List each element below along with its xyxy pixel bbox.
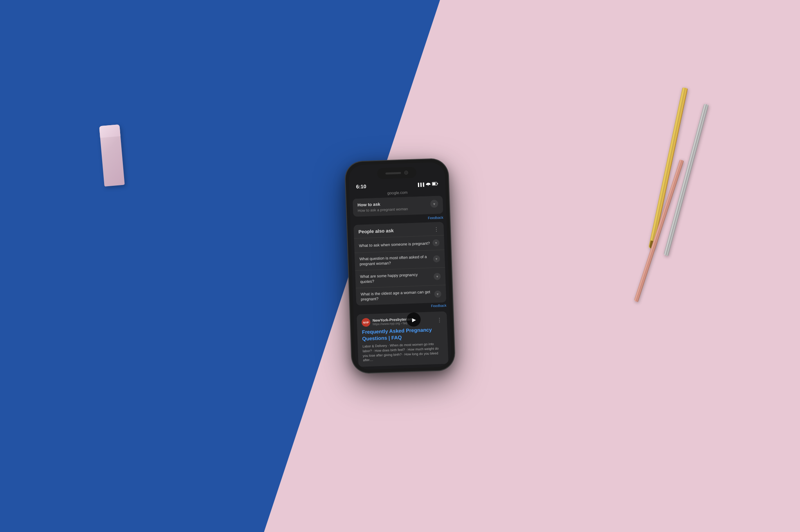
scroll-content: How to ask How to ask a pregnant woman F… (350, 196, 452, 370)
how-to-ask-subtitle: How to ask a pregnant woman (358, 207, 408, 212)
notch-camera (404, 171, 408, 174)
nyp-result[interactable]: NYP NewYork-Presbyterian https://www.nyp… (357, 311, 449, 367)
paa-item-2[interactable]: What question is most often asked of a p… (355, 250, 445, 270)
paa-question-3: What are some happy pregnancy quotes? (360, 271, 432, 284)
phone-screen: 6:10 ▐▐▐ google.com (348, 162, 452, 370)
discussions-section: Discussions and forums Worst/weirdest qu… (359, 366, 450, 370)
status-time: 6:10 (356, 183, 367, 190)
address-bar-text: google.com (387, 190, 407, 195)
nyp-menu-icon[interactable]: ⋮ (437, 316, 443, 323)
nyp-logo: NYP (362, 318, 371, 327)
nyp-result-title[interactable]: Frequently Asked Pregnancy Questions | F… (362, 326, 443, 342)
paa-chevron-1[interactable] (432, 239, 440, 246)
paa-item-4[interactable]: What is the oldest age a woman can get p… (356, 285, 446, 306)
phone-outer: 6:10 ▐▐▐ google.com (345, 159, 455, 374)
nyp-result-snippet: Labor & Delivery · When do most women go… (362, 341, 444, 363)
notch-speaker (386, 172, 401, 174)
battery-icon (432, 182, 438, 187)
signal-icon: ▐▐▐ (416, 182, 424, 187)
how-to-ask-content: How to ask How to ask a pregnant woman (357, 201, 408, 212)
paa-menu-icon[interactable]: ⋮ (433, 226, 439, 232)
paa-title: People also ask (359, 228, 394, 235)
paa-question-4: What is the oldest age a woman can get p… (360, 289, 432, 302)
nyp-logo-text: NYP (363, 321, 369, 324)
paa-question-2: What question is most often asked of a p… (359, 254, 431, 266)
wifi-icon (426, 182, 431, 187)
svg-rect-1 (432, 182, 436, 185)
paa-chevron-3[interactable] (434, 273, 441, 280)
svg-rect-2 (437, 183, 438, 184)
nyp-source-info: NewYork-Presbyterian https://www.nyp.org… (373, 316, 435, 326)
how-to-ask-chevron[interactable] (430, 200, 438, 208)
paa-chevron-2[interactable] (433, 255, 440, 262)
paa-chevron-4[interactable] (434, 290, 441, 298)
how-to-ask-title: How to ask (357, 201, 408, 207)
status-icons: ▐▐▐ (416, 182, 438, 187)
phone: 6:10 ▐▐▐ google.com (345, 159, 455, 374)
people-also-ask-section: People also ask ⋮ What to ask when someo… (353, 222, 446, 306)
paa-question-1: What to ask when someone is pregnant? (359, 241, 430, 248)
phone-notch (377, 167, 416, 179)
discussions-title: Discussions and forums (359, 366, 449, 370)
how-to-ask-section[interactable]: How to ask How to ask a pregnant woman (353, 196, 443, 217)
nyp-source: NYP NewYork-Presbyterian https://www.nyp… (362, 315, 443, 327)
paa-item-3[interactable]: What are some happy pregnancy quotes? (355, 267, 445, 288)
